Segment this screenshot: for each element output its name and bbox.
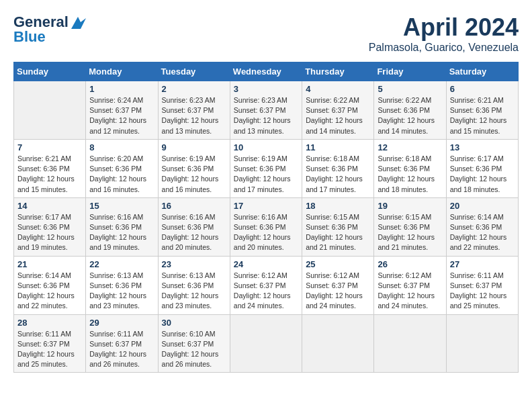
day-info: Sunrise: 6:18 AM Sunset: 6:36 PM Dayligh… — [306, 154, 370, 195]
calendar-cell: 7Sunrise: 6:21 AM Sunset: 6:36 PM Daylig… — [14, 139, 86, 197]
calendar-cell: 28Sunrise: 6:11 AM Sunset: 6:37 PM Dayli… — [14, 314, 86, 373]
calendar-cell — [446, 314, 518, 373]
day-info: Sunrise: 6:12 AM Sunset: 6:37 PM Dayligh… — [378, 271, 442, 312]
calendar-cell: 18Sunrise: 6:15 AM Sunset: 6:36 PM Dayli… — [302, 197, 374, 256]
day-number: 2 — [162, 84, 226, 94]
title-area: April 2024 Palmasola, Guarico, Venezuela — [369, 13, 519, 54]
day-info: Sunrise: 6:16 AM Sunset: 6:36 PM Dayligh… — [89, 212, 154, 253]
calendar-cell: 12Sunrise: 6:18 AM Sunset: 6:36 PM Dayli… — [374, 139, 446, 197]
day-number: 9 — [162, 142, 226, 152]
calendar-cell: 9Sunrise: 6:19 AM Sunset: 6:36 PM Daylig… — [158, 139, 230, 197]
day-info: Sunrise: 6:11 AM Sunset: 6:37 PM Dayligh… — [17, 329, 82, 370]
day-number: 19 — [378, 201, 442, 211]
calendar-cell: 8Sunrise: 6:20 AM Sunset: 6:36 PM Daylig… — [86, 139, 158, 197]
day-number: 20 — [450, 201, 515, 211]
calendar-cell: 26Sunrise: 6:12 AM Sunset: 6:37 PM Dayli… — [374, 256, 446, 314]
day-number: 1 — [89, 84, 154, 94]
day-number: 8 — [89, 142, 154, 152]
day-info: Sunrise: 6:23 AM Sunset: 6:37 PM Dayligh… — [234, 95, 298, 136]
day-number: 11 — [306, 142, 370, 152]
header-day-sunday: Sunday — [14, 62, 86, 81]
calendar-cell: 17Sunrise: 6:16 AM Sunset: 6:36 PM Dayli… — [230, 197, 302, 256]
day-info: Sunrise: 6:17 AM Sunset: 6:36 PM Dayligh… — [450, 154, 515, 195]
day-info: Sunrise: 6:14 AM Sunset: 6:36 PM Dayligh… — [450, 212, 515, 253]
calendar-cell: 5Sunrise: 6:22 AM Sunset: 6:36 PM Daylig… — [374, 81, 446, 140]
logo: General Blue — [13, 13, 86, 46]
day-info: Sunrise: 6:21 AM Sunset: 6:36 PM Dayligh… — [450, 95, 515, 136]
day-info: Sunrise: 6:21 AM Sunset: 6:36 PM Dayligh… — [17, 154, 82, 195]
day-info: Sunrise: 6:17 AM Sunset: 6:36 PM Dayligh… — [17, 212, 82, 253]
calendar-cell — [374, 314, 446, 373]
calendar-cell: 25Sunrise: 6:12 AM Sunset: 6:37 PM Dayli… — [302, 256, 374, 314]
logo-bird-icon — [71, 17, 86, 29]
day-number: 15 — [89, 201, 154, 211]
header-day-friday: Friday — [374, 62, 446, 81]
calendar-cell: 1Sunrise: 6:24 AM Sunset: 6:37 PM Daylig… — [86, 81, 158, 140]
calendar-cell: 13Sunrise: 6:17 AM Sunset: 6:36 PM Dayli… — [446, 139, 518, 197]
calendar-cell: 3Sunrise: 6:23 AM Sunset: 6:37 PM Daylig… — [230, 81, 302, 140]
day-info: Sunrise: 6:15 AM Sunset: 6:36 PM Dayligh… — [378, 212, 442, 253]
calendar-cell: 29Sunrise: 6:11 AM Sunset: 6:37 PM Dayli… — [86, 314, 158, 373]
day-number: 27 — [450, 259, 515, 269]
day-number: 22 — [89, 259, 154, 269]
day-info: Sunrise: 6:22 AM Sunset: 6:37 PM Dayligh… — [306, 95, 370, 136]
calendar-cell: 23Sunrise: 6:13 AM Sunset: 6:36 PM Dayli… — [158, 256, 230, 314]
day-number: 18 — [306, 201, 370, 211]
calendar-cell: 22Sunrise: 6:13 AM Sunset: 6:36 PM Dayli… — [86, 256, 158, 314]
day-info: Sunrise: 6:12 AM Sunset: 6:37 PM Dayligh… — [306, 271, 370, 312]
calendar-cell — [230, 314, 302, 373]
day-number: 14 — [17, 201, 82, 211]
calendar-cell: 19Sunrise: 6:15 AM Sunset: 6:36 PM Dayli… — [374, 197, 446, 256]
header-day-tuesday: Tuesday — [158, 62, 230, 81]
calendar-title: April 2024 — [369, 13, 519, 42]
calendar-cell: 16Sunrise: 6:16 AM Sunset: 6:36 PM Dayli… — [158, 197, 230, 256]
logo-blue-text: Blue — [13, 28, 46, 46]
day-info: Sunrise: 6:19 AM Sunset: 6:36 PM Dayligh… — [162, 154, 226, 195]
calendar-header: SundayMondayTuesdayWednesdayThursdayFrid… — [14, 62, 519, 81]
day-info: Sunrise: 6:11 AM Sunset: 6:37 PM Dayligh… — [450, 271, 515, 312]
day-number: 6 — [450, 84, 515, 94]
day-number: 16 — [162, 201, 226, 211]
day-info: Sunrise: 6:23 AM Sunset: 6:37 PM Dayligh… — [162, 95, 226, 136]
day-number: 25 — [306, 259, 370, 269]
calendar-week-3: 14Sunrise: 6:17 AM Sunset: 6:36 PM Dayli… — [14, 197, 519, 256]
day-info: Sunrise: 6:16 AM Sunset: 6:36 PM Dayligh… — [234, 212, 298, 253]
day-number: 10 — [234, 142, 298, 152]
day-info: Sunrise: 6:22 AM Sunset: 6:36 PM Dayligh… — [378, 95, 442, 136]
calendar-cell: 4Sunrise: 6:22 AM Sunset: 6:37 PM Daylig… — [302, 81, 374, 140]
day-number: 30 — [162, 318, 226, 328]
calendar-body: 1Sunrise: 6:24 AM Sunset: 6:37 PM Daylig… — [14, 81, 519, 373]
calendar-cell: 10Sunrise: 6:19 AM Sunset: 6:36 PM Dayli… — [230, 139, 302, 197]
calendar-cell: 15Sunrise: 6:16 AM Sunset: 6:36 PM Dayli… — [86, 197, 158, 256]
day-number: 4 — [306, 84, 370, 94]
day-info: Sunrise: 6:13 AM Sunset: 6:36 PM Dayligh… — [162, 271, 226, 312]
day-number: 21 — [17, 259, 82, 269]
header-day-wednesday: Wednesday — [230, 62, 302, 81]
day-number: 29 — [89, 318, 154, 328]
day-number: 23 — [162, 259, 226, 269]
day-number: 7 — [17, 142, 82, 152]
day-info: Sunrise: 6:10 AM Sunset: 6:37 PM Dayligh… — [162, 329, 226, 370]
day-info: Sunrise: 6:24 AM Sunset: 6:37 PM Dayligh… — [89, 95, 154, 136]
header-day-thursday: Thursday — [302, 62, 374, 81]
day-info: Sunrise: 6:16 AM Sunset: 6:36 PM Dayligh… — [162, 212, 226, 253]
calendar-week-1: 1Sunrise: 6:24 AM Sunset: 6:37 PM Daylig… — [14, 81, 519, 140]
calendar-week-4: 21Sunrise: 6:14 AM Sunset: 6:36 PM Dayli… — [14, 256, 519, 314]
day-info: Sunrise: 6:12 AM Sunset: 6:37 PM Dayligh… — [234, 271, 298, 312]
day-number: 13 — [450, 142, 515, 152]
day-number: 12 — [378, 142, 442, 152]
day-info: Sunrise: 6:19 AM Sunset: 6:36 PM Dayligh… — [234, 154, 298, 195]
day-number: 28 — [17, 318, 82, 328]
calendar-cell: 30Sunrise: 6:10 AM Sunset: 6:37 PM Dayli… — [158, 314, 230, 373]
calendar-cell: 24Sunrise: 6:12 AM Sunset: 6:37 PM Dayli… — [230, 256, 302, 314]
calendar-cell: 14Sunrise: 6:17 AM Sunset: 6:36 PM Dayli… — [14, 197, 86, 256]
calendar-cell: 21Sunrise: 6:14 AM Sunset: 6:36 PM Dayli… — [14, 256, 86, 314]
svg-marker-0 — [71, 17, 86, 29]
calendar-cell — [14, 81, 86, 140]
day-number: 24 — [234, 259, 298, 269]
day-number: 17 — [234, 201, 298, 211]
calendar-cell: 11Sunrise: 6:18 AM Sunset: 6:36 PM Dayli… — [302, 139, 374, 197]
calendar-cell: 20Sunrise: 6:14 AM Sunset: 6:36 PM Dayli… — [446, 197, 518, 256]
calendar-cell: 2Sunrise: 6:23 AM Sunset: 6:37 PM Daylig… — [158, 81, 230, 140]
header: General Blue April 2024 Palmasola, Guari… — [13, 13, 519, 54]
